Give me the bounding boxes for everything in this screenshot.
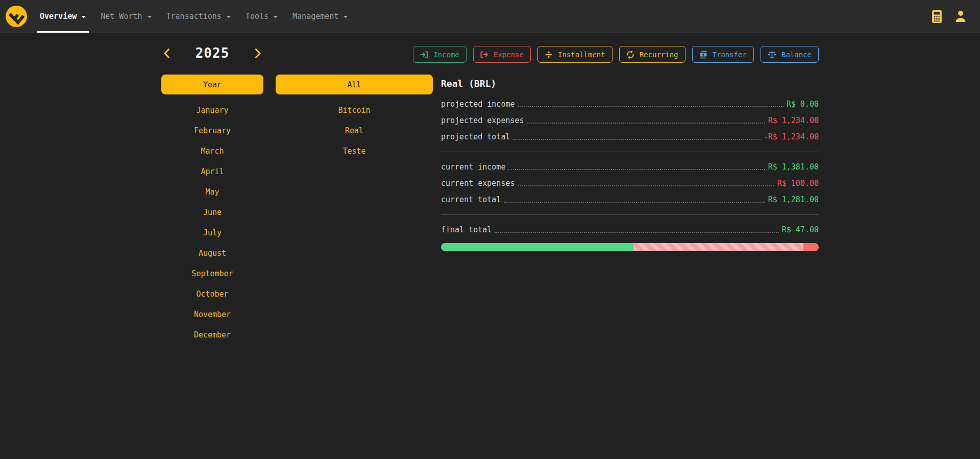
dotted-leader [527, 123, 765, 124]
month-link-january[interactable]: January [196, 105, 228, 115]
summary-row: current expenses R$ 100.00 [441, 178, 819, 188]
month-link-may[interactable]: May [205, 187, 219, 197]
row-value: R$ 1,234.00 [768, 115, 819, 126]
account-link-bitcoin[interactable]: Bitcoin [338, 105, 370, 115]
nav-item-net-worth[interactable]: Net Worth [93, 0, 159, 33]
summary-title: Real (BRL) [441, 78, 819, 89]
month-list: January February March April May June Ju… [161, 100, 263, 345]
income-button[interactable]: Income [413, 46, 467, 63]
summary-row: current income R$ 1,381.00 [441, 162, 819, 172]
main-content: 2025 Year January February March April M… [161, 46, 819, 345]
dotted-leader [504, 202, 765, 203]
row-label: projected total [441, 132, 510, 142]
dotted-leader [518, 185, 774, 186]
year-navigation: 2025 [161, 46, 263, 60]
month-link-june[interactable]: June [203, 207, 222, 218]
month-link-august[interactable]: August [199, 248, 226, 258]
calculator-icon[interactable] [932, 10, 942, 23]
repeat-icon [626, 51, 634, 59]
row-value: R$ 1,281.00 [768, 195, 819, 205]
user-icon[interactable] [954, 10, 967, 23]
nav-item-management[interactable]: Management [285, 0, 355, 33]
nav-item-transactions[interactable]: Transactions [159, 0, 238, 33]
divide-icon [545, 51, 553, 59]
account-link-teste[interactable]: Teste [342, 146, 365, 156]
row-label: current total [441, 195, 501, 205]
dotted-leader [495, 232, 778, 233]
row-label: projected expenses [441, 115, 524, 126]
navbar-right-icons [932, 10, 967, 23]
all-accounts-button[interactable]: All [276, 75, 433, 94]
sign-in-icon [420, 51, 428, 59]
month-link-october[interactable]: October [196, 289, 228, 299]
wallet-logo[interactable] [5, 5, 28, 28]
account-column: All Bitcoin Real Teste [276, 46, 433, 345]
caret-down-icon [147, 14, 152, 19]
month-link-april[interactable]: April [201, 166, 224, 177]
row-value: R$ 0.00 [787, 99, 819, 109]
dotted-leader [518, 106, 783, 107]
navbar: Overview Net Worth Transactions Tools Ma… [0, 0, 980, 33]
year-label: 2025 [195, 45, 230, 61]
row-value: R$ 47.00 [782, 225, 819, 235]
row-label: current expenses [441, 178, 515, 188]
month-link-july[interactable]: July [203, 228, 222, 238]
nav-menu: Overview Net Worth Transactions Tools Ma… [33, 0, 355, 33]
caret-down-icon [81, 14, 86, 19]
year-button[interactable]: Year [161, 75, 263, 94]
period-account-selector: 2025 Year January February March April M… [161, 46, 433, 345]
month-link-november[interactable]: November [194, 309, 231, 320]
summary-row: projected total - R$ 1,234.00 [441, 132, 819, 142]
income-segment [441, 243, 633, 251]
divider [441, 214, 819, 215]
dotted-leader [508, 169, 765, 170]
money-transfer-icon [699, 51, 707, 59]
recurring-button[interactable]: Recurring [619, 46, 685, 63]
summary-row: projected income R$ 0.00 [441, 99, 819, 109]
income-expense-progress-bar [441, 243, 819, 251]
row-value: R$ 1,381.00 [768, 162, 819, 172]
caret-down-icon [343, 14, 348, 19]
summary-panel: Income Expense Installment Recurring Tra… [441, 46, 819, 251]
chevron-right-icon[interactable] [254, 47, 262, 60]
row-label: projected income [441, 99, 515, 109]
row-label: final total [441, 225, 492, 235]
scale-icon [768, 51, 776, 59]
summary-row: final total R$ 47.00 [441, 225, 819, 235]
transaction-type-buttons: Income Expense Installment Recurring Tra… [441, 46, 819, 63]
row-value: R$ 100.00 [777, 178, 819, 188]
row-label: current income [441, 162, 505, 172]
caret-down-icon [273, 14, 278, 19]
month-column: 2025 Year January February March April M… [161, 46, 263, 345]
nav-item-overview[interactable]: Overview [33, 0, 93, 33]
row-value-sign: - [764, 132, 768, 142]
transfer-button[interactable]: Transfer [692, 46, 754, 63]
current-expenses-segment [803, 243, 819, 251]
month-link-february[interactable]: February [194, 126, 231, 136]
expense-button[interactable]: Expense [473, 46, 531, 63]
summary-row: projected expenses R$ 1,234.00 [441, 115, 819, 126]
sign-out-icon [480, 51, 488, 59]
account-link-real[interactable]: Real [345, 126, 363, 136]
caret-down-icon [226, 14, 231, 19]
summary-row: current total R$ 1,281.00 [441, 195, 819, 205]
month-link-september[interactable]: September [191, 269, 233, 279]
month-link-december[interactable]: December [194, 330, 231, 340]
installment-button[interactable]: Installment [537, 46, 612, 63]
dotted-leader [513, 139, 760, 140]
summary-rows: projected income R$ 0.00 projected expen… [441, 99, 819, 235]
balance-button[interactable]: Balance [761, 46, 819, 63]
chevron-left-icon[interactable] [162, 47, 171, 60]
divider [441, 152, 819, 152]
row-value: R$ 1,234.00 [768, 132, 819, 142]
month-link-march[interactable]: March [201, 146, 224, 156]
projected-expenses-segment [633, 243, 803, 251]
account-list: Bitcoin Real Teste [276, 100, 433, 161]
nav-item-tools[interactable]: Tools [238, 0, 285, 33]
